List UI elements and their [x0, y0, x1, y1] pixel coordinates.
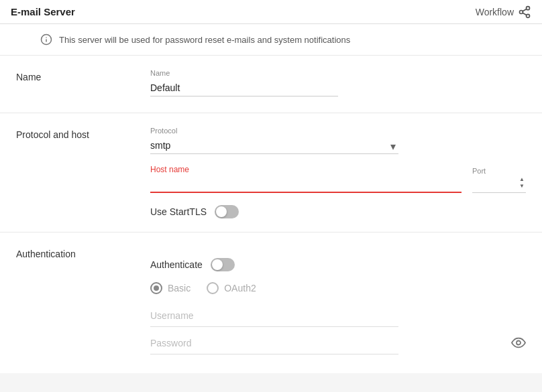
info-message: This server will be used for password re…: [59, 35, 350, 45]
hostname-input[interactable]: [150, 176, 462, 193]
workflow-button[interactable]: Workflow: [476, 5, 531, 19]
name-row: Name Name: [0, 56, 542, 113]
auth-type-basic-radio: [150, 282, 162, 294]
auth-row: Authentication Authenticate Basic OAuth2: [0, 233, 542, 373]
protocol-row-label: Protocol and host: [16, 127, 150, 140]
username-input[interactable]: [150, 305, 398, 327]
name-input[interactable]: [150, 80, 338, 96]
host-label: Host name: [150, 165, 462, 174]
auth-type-group: Basic OAuth2: [150, 282, 526, 294]
auth-type-oauth2-radio: [207, 282, 219, 294]
username-field: [150, 305, 526, 327]
port-spinners: ▲ ▼: [518, 176, 526, 193]
auth-fields: [150, 305, 526, 360]
port-label: Port: [472, 167, 526, 175]
port-input-wrapper: ▲ ▼: [472, 176, 526, 193]
auth-row-content: Authenticate Basic OAuth2: [150, 246, 526, 360]
starttls-slider: [215, 205, 239, 218]
authenticate-slider: [211, 258, 235, 271]
protocol-select[interactable]: smtp imap pop3: [150, 137, 398, 154]
workflow-icon: [518, 5, 531, 19]
host-port-row: Host name Port ▲ ▼: [150, 165, 526, 193]
protocol-section: Protocol and host Protocol smtp imap pop…: [0, 113, 542, 233]
svg-line-3: [523, 13, 527, 15]
starttls-toggle[interactable]: [215, 205, 239, 218]
auth-section: Authentication Authenticate Basic OAuth2: [0, 233, 542, 373]
svg-line-4: [523, 9, 527, 11]
name-field-group: Name: [150, 69, 526, 96]
authenticate-toggle[interactable]: [211, 258, 235, 271]
auth-type-oauth2-label: OAuth2: [224, 283, 256, 293]
protocol-label: Protocol: [150, 127, 526, 135]
auth-type-oauth2-option[interactable]: OAuth2: [207, 282, 256, 294]
auth-row-label: Authentication: [16, 246, 150, 259]
info-icon: [40, 34, 52, 46]
auth-type-basic-label: Basic: [168, 283, 191, 293]
page-title: E-mail Server: [11, 6, 75, 17]
port-increment-button[interactable]: ▲: [518, 176, 526, 183]
name-field-label: Name: [150, 69, 526, 77]
protocol-select-wrapper: smtp imap pop3 ▾: [150, 137, 398, 154]
host-field: Host name: [150, 165, 462, 193]
workflow-label: Workflow: [476, 7, 514, 17]
password-input[interactable]: [150, 332, 398, 354]
password-field: [150, 332, 526, 354]
port-field: Port ▲ ▼: [472, 167, 526, 193]
protocol-row: Protocol and host Protocol smtp imap pop…: [0, 113, 542, 232]
starttls-row: Use StartTLS: [150, 205, 526, 218]
starttls-label: Use StartTLS: [150, 206, 207, 217]
auth-type-basic-option[interactable]: Basic: [150, 282, 191, 294]
protocol-row-content: Protocol smtp imap pop3 ▾ Host name: [150, 127, 526, 218]
name-section: Name Name: [0, 56, 542, 113]
authenticate-label: Authenticate: [150, 259, 203, 270]
page-header: E-mail Server Workflow: [0, 0, 542, 24]
protocol-field-group: Protocol smtp imap pop3 ▾: [150, 127, 526, 154]
name-row-label: Name: [16, 69, 150, 82]
name-row-content: Name: [150, 69, 526, 99]
authenticate-toggle-row: Authenticate: [150, 258, 526, 271]
svg-point-8: [517, 340, 521, 344]
info-banner: This server will be used for password re…: [0, 24, 542, 56]
port-decrement-button[interactable]: ▼: [518, 183, 526, 190]
password-visibility-icon[interactable]: [511, 337, 526, 350]
